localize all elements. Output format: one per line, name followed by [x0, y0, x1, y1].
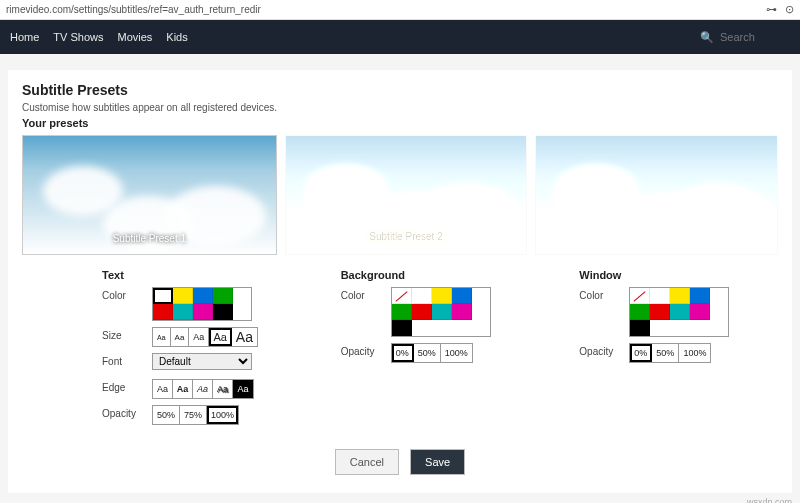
settings-card: Subtitle Presets Customise how subtitles…	[8, 70, 792, 493]
edge-option[interactable]: Aa	[213, 380, 233, 398]
window-column: Window Color Opacity 0%50%100%	[579, 269, 778, 431]
preset-preview-2[interactable]: Subtitle Preset 2	[285, 135, 528, 255]
font-select[interactable]: Default	[152, 353, 252, 370]
opacity-option[interactable]: 50%	[153, 406, 180, 424]
page-title: Subtitle Presets	[22, 82, 778, 98]
bg-heading: Background	[341, 269, 540, 281]
text-opacity-label: Opacity	[102, 405, 152, 419]
swatch-none[interactable]	[630, 288, 650, 304]
opacity-option[interactable]: 0%	[630, 344, 652, 362]
nav-movies[interactable]: Movies	[117, 31, 152, 43]
text-opacity-picker: 50%75%100%	[152, 405, 239, 425]
swatch[interactable]	[392, 304, 412, 320]
swatch[interactable]	[630, 320, 650, 336]
bg-color-label: Color	[341, 287, 391, 301]
text-color-palette	[152, 287, 252, 321]
nav-tv[interactable]: TV Shows	[53, 31, 103, 43]
bg-opacity-picker: 0%50%100%	[391, 343, 473, 363]
preset-preview-1[interactable]: Subtitle Preset 1	[22, 135, 277, 255]
swatch[interactable]	[670, 304, 690, 320]
swatch[interactable]	[452, 304, 472, 320]
swatch[interactable]	[153, 304, 173, 320]
search-input[interactable]	[720, 31, 790, 43]
edge-option[interactable]: Aa	[173, 380, 193, 398]
swatch[interactable]	[650, 288, 670, 304]
swatch[interactable]	[690, 288, 710, 304]
text-color-label: Color	[102, 287, 152, 301]
win-color-palette	[629, 287, 729, 337]
opacity-option[interactable]: 50%	[652, 344, 679, 362]
preset-preview-3[interactable]: Subtitle Preset 3	[535, 135, 778, 255]
swatch[interactable]	[213, 288, 233, 304]
swatch-none[interactable]	[392, 288, 412, 304]
swatch[interactable]	[432, 288, 452, 304]
bg-opacity-label: Opacity	[341, 343, 391, 357]
size-option[interactable]: Aa	[209, 328, 231, 346]
search-icon[interactable]: 🔍	[700, 31, 714, 44]
text-column: Text Color Size AaAaAaAaAa Font Default …	[102, 269, 301, 431]
preset-3-label: Subtitle Preset 3	[620, 233, 693, 244]
cancel-button[interactable]: Cancel	[335, 449, 399, 475]
text-font-label: Font	[102, 353, 152, 367]
win-opacity-picker: 0%50%100%	[629, 343, 711, 363]
swatch[interactable]	[173, 304, 193, 320]
preset-preview-row: Subtitle Preset 1 Subtitle Preset 2 Subt…	[22, 135, 778, 255]
swatch[interactable]	[670, 288, 690, 304]
edge-option[interactable]: Aa	[193, 380, 213, 398]
page-desc: Customise how subtitles appear on all re…	[22, 102, 778, 113]
opacity-option[interactable]: 0%	[392, 344, 414, 362]
opacity-option[interactable]: 100%	[441, 344, 472, 362]
your-presets-heading: Your presets	[22, 117, 778, 129]
preset-1-label: Subtitle Preset 1	[113, 233, 186, 244]
swatch[interactable]	[213, 304, 233, 320]
swatch[interactable]	[432, 304, 452, 320]
text-edge-label: Edge	[102, 379, 152, 393]
opacity-option[interactable]: 50%	[414, 344, 441, 362]
save-button[interactable]: Save	[410, 449, 465, 475]
bg-color-palette	[391, 287, 491, 337]
win-heading: Window	[579, 269, 778, 281]
swatch[interactable]	[392, 320, 412, 336]
swatch[interactable]	[650, 304, 670, 320]
swatch[interactable]	[690, 304, 710, 320]
opacity-option[interactable]: 100%	[207, 406, 238, 424]
text-size-picker: AaAaAaAaAa	[152, 327, 258, 347]
footer-watermark: wsxdn.com	[0, 493, 800, 503]
url-text: rimevideo.com/settings/subtitles/ref=av_…	[6, 4, 261, 15]
action-row: Cancel Save	[22, 449, 778, 475]
size-option[interactable]: Aa	[171, 328, 190, 346]
text-size-label: Size	[102, 327, 152, 341]
text-heading: Text	[102, 269, 301, 281]
win-color-label: Color	[579, 287, 629, 301]
nav-kids[interactable]: Kids	[166, 31, 187, 43]
swatch[interactable]	[193, 288, 213, 304]
swatch[interactable]	[452, 288, 472, 304]
opacity-option[interactable]: 75%	[180, 406, 207, 424]
controls-grid: Text Color Size AaAaAaAaAa Font Default …	[22, 269, 778, 431]
opacity-option[interactable]: 100%	[679, 344, 710, 362]
swatch[interactable]	[630, 304, 650, 320]
swatch[interactable]	[173, 288, 193, 304]
win-opacity-label: Opacity	[579, 343, 629, 357]
size-option[interactable]: Aa	[189, 328, 209, 346]
swatch[interactable]	[412, 288, 432, 304]
swatch[interactable]	[193, 304, 213, 320]
edge-picker: AaAaAaAaAa	[152, 379, 254, 399]
swatch[interactable]	[153, 288, 173, 304]
browser-url-bar: rimevideo.com/settings/subtitles/ref=av_…	[0, 0, 800, 20]
magnify-icon[interactable]: ⊙	[785, 3, 794, 16]
edge-option[interactable]: Aa	[153, 380, 173, 398]
top-nav: Home TV Shows Movies Kids 🔍	[0, 20, 800, 54]
size-option[interactable]: Aa	[153, 328, 171, 346]
edge-option[interactable]: Aa	[233, 380, 253, 398]
preset-2-label: Subtitle Preset 2	[365, 229, 446, 244]
background-column: Background Color Opacity 0%50%100%	[341, 269, 540, 431]
key-icon[interactable]: ⊶	[766, 3, 777, 16]
size-option[interactable]: Aa	[232, 328, 257, 346]
swatch[interactable]	[412, 304, 432, 320]
nav-home[interactable]: Home	[10, 31, 39, 43]
